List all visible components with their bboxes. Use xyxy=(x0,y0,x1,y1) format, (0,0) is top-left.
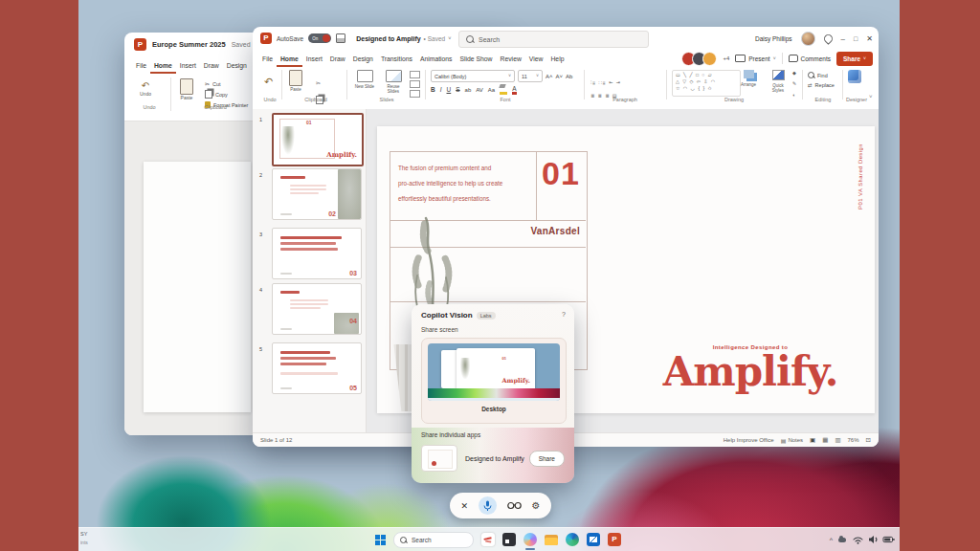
normal-view-button[interactable]: ▣ xyxy=(810,436,815,444)
slideshow-view-button[interactable]: ▥ xyxy=(835,436,840,444)
tab-insert[interactable]: Insert xyxy=(302,51,326,67)
font-color-button[interactable]: A xyxy=(512,85,516,95)
app-share-row[interactable]: Designed to Amplify Share xyxy=(421,444,565,473)
system-tray[interactable]: ^ xyxy=(830,528,896,551)
bg-cut-button[interactable]: ✂ Cut xyxy=(205,80,248,87)
autosave-toggle[interactable]: On xyxy=(308,33,331,43)
subscript-button[interactable]: ab xyxy=(465,87,472,93)
slide-layout-buttons[interactable] xyxy=(410,71,420,98)
doc-title[interactable]: Designed to Amplify xyxy=(356,35,420,42)
edge-browser-icon[interactable] xyxy=(566,533,579,546)
maximize-button[interactable]: □ xyxy=(854,35,858,42)
shapes-gallery[interactable]: ▭ ╲ ╱ □ ○ ▱ △ ▽ ◇ ⇦ ⇩ ◠ ☆ ◠ ◡ { } ✩ xyxy=(672,70,741,97)
font-name-select[interactable]: Calibri (Body) ˅ xyxy=(431,70,515,82)
notes-button[interactable]: ▤ Notes xyxy=(781,437,803,444)
clear-format-button[interactable]: Ab xyxy=(566,74,572,79)
slide-thumbnail-5[interactable]: 05 xyxy=(272,342,362,394)
tab-help[interactable]: Help xyxy=(546,51,568,67)
copilot-help-button[interactable]: ? xyxy=(562,311,566,318)
share-button[interactable]: Share ˅ xyxy=(836,52,873,66)
windows-start-button[interactable] xyxy=(375,535,386,545)
settings-gear-button[interactable]: ⚙ xyxy=(532,500,541,511)
slide-title-block[interactable]: Intelligence Designed to Amplify. xyxy=(645,344,856,394)
cut-button[interactable]: ✂ xyxy=(316,72,323,89)
help-improve-office[interactable]: Help Improve Office xyxy=(724,437,774,443)
fit-to-window-icon[interactable]: ⊡ xyxy=(866,436,871,444)
tab-file[interactable]: File xyxy=(258,51,277,67)
weather-widget[interactable]: SY ints xyxy=(80,530,88,547)
tab-view[interactable]: View xyxy=(525,51,547,67)
close-session-button[interactable]: ✕ xyxy=(460,501,468,511)
arrange-button[interactable]: Arrange xyxy=(741,70,756,87)
tab-review[interactable]: Review xyxy=(497,51,525,67)
char-spacing-button[interactable]: AV xyxy=(476,87,483,93)
reuse-slides-button[interactable]: Reuse Slides xyxy=(381,70,406,94)
app-share-button[interactable]: Share xyxy=(529,451,565,467)
underline-button[interactable]: U xyxy=(447,86,452,93)
user-avatar[interactable] xyxy=(801,32,815,46)
bg-tab-design[interactable]: Design xyxy=(223,57,251,74)
paste-button[interactable]: Paste xyxy=(289,70,302,92)
tray-status-icons[interactable] xyxy=(852,534,896,545)
bg-tab-draw[interactable]: Draw xyxy=(200,57,223,74)
slide-thumbnail-3[interactable]: 03 xyxy=(272,228,362,279)
highlight-button[interactable] xyxy=(500,84,507,95)
bg-copy-button[interactable]: Copy xyxy=(205,90,248,99)
titlebar-pin-icon[interactable] xyxy=(822,33,835,45)
titlebar-search[interactable]: Search xyxy=(458,31,649,48)
designer-button[interactable] xyxy=(848,70,861,83)
bg-paste-button[interactable]: Paste xyxy=(180,78,193,100)
save-icon[interactable] xyxy=(336,33,345,43)
slide-thumbnail-2[interactable]: 02 xyxy=(272,168,362,220)
collapse-ribbon-icon[interactable]: ˅ xyxy=(869,94,873,99)
taskbar-app-2-icon[interactable] xyxy=(502,533,516,546)
minimize-button[interactable]: – xyxy=(841,34,845,43)
outlook-app-icon[interactable] xyxy=(587,533,600,546)
quick-styles-button[interactable]: Quick Styles xyxy=(767,70,790,93)
collaborator-avatar[interactable] xyxy=(702,52,717,66)
slide-thumbnail-4[interactable]: 04 xyxy=(272,283,362,335)
copilot-app-icon[interactable] xyxy=(523,533,537,546)
present-button[interactable]: Present ˅ xyxy=(735,55,775,62)
file-explorer-icon[interactable] xyxy=(545,535,558,545)
grow-font-button[interactable]: A˄ xyxy=(546,74,553,79)
tab-draw[interactable]: Draw xyxy=(326,51,349,67)
shrink-font-button[interactable]: A˅ xyxy=(556,74,564,79)
tray-chevron-icon[interactable]: ^ xyxy=(830,537,833,543)
bg-tab-file[interactable]: File xyxy=(132,57,150,74)
bg-undo-button[interactable]: ↶ Undo xyxy=(140,80,151,97)
chevron-down-icon[interactable]: ˅ xyxy=(448,35,451,41)
bg-tab-home[interactable]: Home xyxy=(150,57,176,74)
bg-tab-insert[interactable]: Insert xyxy=(176,57,200,74)
find-button[interactable]: Find xyxy=(808,72,835,78)
microphone-button[interactable] xyxy=(479,496,497,515)
tab-transitions[interactable]: Transitions xyxy=(377,51,416,67)
taskbar-app-1-icon[interactable] xyxy=(481,533,495,546)
change-case-button[interactable]: Aa xyxy=(488,87,495,93)
powerpoint-app-icon[interactable]: P xyxy=(608,533,621,546)
comments-button[interactable]: Comments xyxy=(789,55,831,62)
tray-cloud-icon[interactable] xyxy=(838,538,846,542)
new-slide-button[interactable]: New Slide xyxy=(352,70,377,89)
zoom-level[interactable]: 76% xyxy=(848,437,859,443)
strike-button[interactable]: S xyxy=(456,86,459,93)
collab-overflow[interactable]: +4 xyxy=(723,55,729,61)
tab-home[interactable]: Home xyxy=(277,51,302,67)
tab-design[interactable]: Design xyxy=(349,51,377,67)
font-size-select[interactable]: 11 ˅ xyxy=(518,70,543,82)
close-button[interactable]: ✕ xyxy=(866,34,873,43)
bg-window-saved[interactable]: Saved xyxy=(232,41,251,48)
slide-body-text[interactable]: The fusion of premium content and pro-ac… xyxy=(398,161,532,207)
slide-sorter-view-button[interactable]: ▦ xyxy=(822,436,828,444)
replace-button[interactable]: ⇄ Replace xyxy=(808,82,835,88)
slide-number[interactable]: 01 xyxy=(536,155,586,192)
italic-button[interactable]: I xyxy=(440,86,442,93)
undo-button[interactable]: ↶ xyxy=(264,72,273,89)
bold-button[interactable]: B xyxy=(431,86,435,93)
slide-thumbnail-1[interactable]: 01 Amplify. xyxy=(272,113,364,166)
taskbar-search[interactable]: Search xyxy=(393,532,474,548)
desktop-share-card[interactable]: 01 Amplify. Desktop xyxy=(421,338,567,424)
vision-glasses-button[interactable] xyxy=(507,501,522,510)
tab-animations[interactable]: Animations xyxy=(416,51,457,67)
shape-format-buttons[interactable]: ◆ ✎ ◐ xyxy=(791,70,797,95)
